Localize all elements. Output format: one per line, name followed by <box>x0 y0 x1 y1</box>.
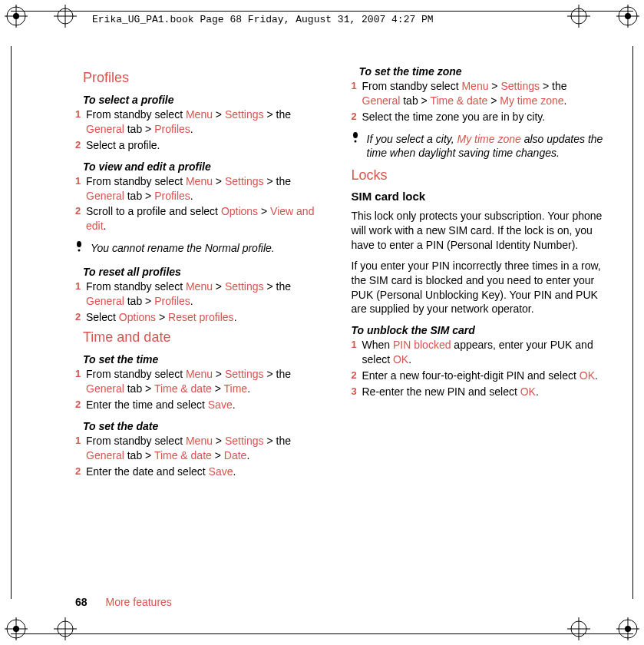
step-number: 2 <box>352 369 362 383</box>
section-name: More features <box>105 596 171 608</box>
step-number: 1 <box>75 174 86 203</box>
subheading: To set the date <box>83 420 330 432</box>
step-text: From standby select Menu > Settings > th… <box>86 174 330 203</box>
body-text: If you enter your PIN incorrectly three … <box>352 259 606 317</box>
page-footer: 68 More features <box>75 596 172 608</box>
step-text: Select Options > Reset profiles. <box>86 310 330 325</box>
subheading-sim: SIM card lock <box>352 190 606 203</box>
svg-point-12 <box>77 241 81 247</box>
note-text: If you select a city, My time zone also … <box>367 132 606 160</box>
subheading: To view and edit a profile <box>83 160 330 173</box>
step-number: 1 <box>75 280 86 309</box>
info-icon <box>75 241 86 258</box>
step-text: Scroll to a profile and select Options >… <box>86 204 330 233</box>
step-text: From standby select Menu > Settings > th… <box>86 367 330 396</box>
registration-mark-icon <box>567 5 590 28</box>
svg-point-13 <box>78 250 81 252</box>
crop-frame-right <box>632 46 633 599</box>
subheading: To reset all profiles <box>83 266 330 278</box>
step-text: Enter a new four-to-eight-digit PIN and … <box>362 369 606 383</box>
crop-mark-icon <box>5 617 28 640</box>
heading-locks: Locks <box>352 167 606 184</box>
step-text: From standby select Menu > Settings > th… <box>362 79 606 108</box>
step-number: 1 <box>352 338 362 367</box>
step-text: Enter the date and select Save. <box>86 465 330 479</box>
registration-mark-icon <box>54 617 77 640</box>
step: 1From standby select Menu > Settings > t… <box>75 174 330 203</box>
step-number: 2 <box>75 465 86 479</box>
step-number: 2 <box>75 310 86 325</box>
step: 2Enter the time and select Save. <box>75 398 330 412</box>
page-header: Erika_UG_PA1.book Page 68 Friday, August… <box>92 14 434 25</box>
subheading: To unblock the SIM card <box>352 324 606 336</box>
body-text: This lock only protects your subscriptio… <box>352 209 606 253</box>
step: 1From standby select Menu > Settings > t… <box>75 280 330 309</box>
crop-mark-icon <box>616 5 639 28</box>
note: You cannot rename the Normal profile. <box>75 241 330 258</box>
step-text: Enter the time and select Save. <box>86 398 330 412</box>
step-number: 2 <box>75 398 86 412</box>
subheading: To set the time zone <box>359 65 606 78</box>
step-number: 2 <box>352 110 362 124</box>
crop-mark-icon <box>5 5 28 28</box>
svg-point-14 <box>353 132 358 138</box>
subheading: To select a profile <box>83 94 330 106</box>
step: 2Enter a new four-to-eight-digit PIN and… <box>352 369 606 383</box>
note-text: You cannot rename the Normal profile. <box>91 241 275 258</box>
step-text: Select the time zone you are in by city. <box>362 110 606 124</box>
step-text: When PIN blocked appears, enter your PUK… <box>362 338 606 367</box>
registration-mark-icon <box>54 5 77 28</box>
registration-mark-icon <box>567 617 590 640</box>
crop-frame-left <box>11 46 12 599</box>
step: 1From standby select Menu > Settings > t… <box>75 367 330 396</box>
step-number: 1 <box>75 108 86 137</box>
subheading: To set the time <box>83 353 330 366</box>
step-number: 2 <box>75 138 86 153</box>
step-number: 1 <box>352 79 362 108</box>
step: 2Select the time zone you are in by city… <box>352 110 606 124</box>
step: 2Enter the date and select Save. <box>75 465 330 479</box>
left-column: Profiles To select a profile 1From stand… <box>75 65 330 584</box>
step: 2Scroll to a profile and select Options … <box>75 204 330 233</box>
heading-profiles: Profiles <box>83 70 330 86</box>
step-text: From standby select Menu > Settings > th… <box>86 108 330 137</box>
step-number: 1 <box>75 434 86 463</box>
info-icon <box>352 132 362 160</box>
step-number: 3 <box>352 385 362 399</box>
note: If you select a city, My time zone also … <box>352 132 606 160</box>
heading-time: Time and date <box>83 329 330 346</box>
step: 1From standby select Menu > Settings > t… <box>75 108 330 137</box>
step-text: From standby select Menu > Settings > th… <box>86 434 330 463</box>
step: 2Select a profile. <box>75 138 330 153</box>
step: 1From standby select Menu > Settings > t… <box>352 79 606 108</box>
crop-mark-icon <box>616 617 639 640</box>
step: 1From standby select Menu > Settings > t… <box>75 434 330 463</box>
step-number: 2 <box>75 204 86 233</box>
body-content: Profiles To select a profile 1From stand… <box>75 65 606 584</box>
svg-point-15 <box>354 140 356 142</box>
right-column: To set the time zone 1From standby selec… <box>352 65 606 584</box>
step: 2Select Options > Reset profiles. <box>75 310 330 325</box>
step-number: 1 <box>75 367 86 396</box>
step-text: Select a profile. <box>86 138 330 153</box>
step-text: Re-enter the new PIN and select OK. <box>362 385 606 399</box>
step-text: From standby select Menu > Settings > th… <box>86 280 330 309</box>
step: 1When PIN blocked appears, enter your PU… <box>352 338 606 367</box>
step: 3Re-enter the new PIN and select OK. <box>352 385 606 399</box>
page-number: 68 <box>75 596 88 608</box>
